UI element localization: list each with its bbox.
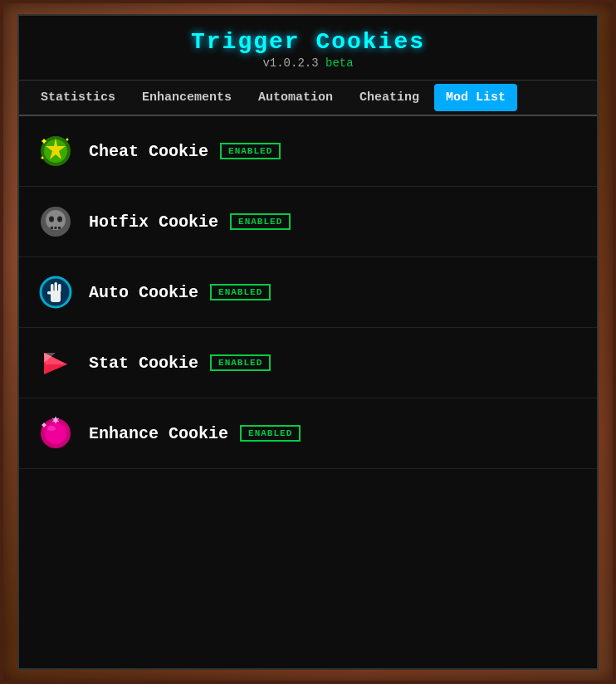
app-title: Trigger Cookies [27,29,589,55]
auto-cookie-name: Auto Cookie [89,283,198,302]
beta-label: beta [325,56,354,70]
hotfix-cookie-icon [36,202,76,242]
svg-point-10 [49,217,54,222]
enhance-cookie-badge: ENABLED [240,425,301,442]
nav-item-automation[interactable]: Automation [245,81,346,115]
stat-cookie-name: Stat Cookie [89,354,198,373]
cheat-cookie-badge: ENABLED [220,143,281,159]
mod-item-hotfix-cookie[interactable]: Hotfix Cookie ENABLED [19,187,597,257]
mod-list-content: Cheat Cookie ENABLED [19,116,597,668]
enhance-cookie-name: Enhance Cookie [89,424,228,443]
app-version: v1.0.2.3 beta [27,56,589,70]
svg-point-11 [57,217,62,222]
svg-rect-19 [55,282,58,292]
stat-cookie-badge: ENABLED [210,354,271,371]
svg-rect-15 [49,223,62,227]
mod-item-cheat-cookie[interactable]: Cheat Cookie ENABLED [19,116,597,187]
svg-rect-21 [47,291,51,295]
mod-item-enhance-cookie[interactable]: Enhance Cookie ENABLED [19,398,597,469]
svg-point-27 [47,426,56,431]
cheat-cookie-name: Cheat Cookie [89,142,208,161]
svg-rect-20 [58,284,61,292]
outer-frame: Trigger Cookies v1.0.2.3 beta Statistics… [0,0,616,684]
inner-panel: Trigger Cookies v1.0.2.3 beta Statistics… [17,14,599,670]
nav-bar: Statistics Enhancements Automation Cheat… [19,81,597,116]
nav-item-mod-list[interactable]: Mod List [434,84,517,111]
hotfix-cookie-name: Hotfix Cookie [89,213,218,232]
nav-item-statistics[interactable]: Statistics [27,81,129,115]
svg-point-26 [45,423,66,444]
enhance-cookie-icon [36,413,76,453]
app-header: Trigger Cookies v1.0.2.3 beta [19,16,597,81]
nav-item-cheating[interactable]: Cheating [346,81,433,115]
svg-point-5 [42,157,44,159]
mod-item-auto-cookie[interactable]: Auto Cookie ENABLED [19,257,597,328]
cheat-cookie-icon [36,131,76,171]
mod-item-stat-cookie[interactable]: Stat Cookie ENABLED [19,328,597,398]
stat-cookie-icon [36,343,76,383]
hotfix-cookie-badge: ENABLED [230,213,291,230]
svg-point-4 [66,139,69,141]
version-number: v1.0.2.3 [262,56,318,70]
auto-cookie-icon [36,272,76,312]
auto-cookie-badge: ENABLED [210,284,271,300]
nav-item-enhancements[interactable]: Enhancements [129,81,245,115]
